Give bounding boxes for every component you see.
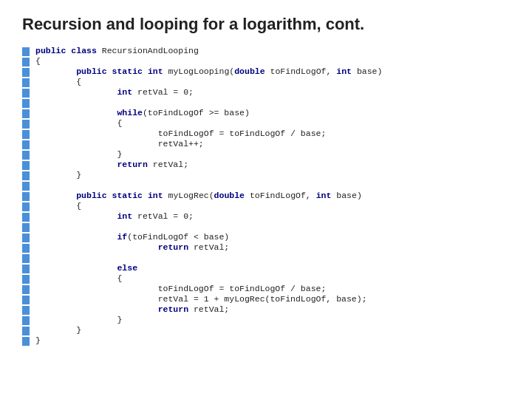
line-marker [22, 192, 30, 201]
slide-title: Recursion and looping for a logarithm, c… [22, 15, 510, 34]
line-marker [22, 306, 30, 315]
line-marker [22, 265, 30, 273]
line-marker [22, 316, 30, 325]
line-marker [22, 285, 30, 294]
line-marker [22, 140, 30, 149]
content-area: public class RecursionAndLooping { publi… [22, 46, 510, 378]
line-marker [22, 244, 30, 253]
line-marker [22, 130, 30, 139]
line-marker [22, 161, 30, 170]
line-marker [22, 47, 30, 56]
line-marker [22, 337, 30, 346]
code-block: public class RecursionAndLooping { publi… [35, 46, 510, 378]
line-marker [22, 202, 30, 211]
line-marker [22, 254, 30, 263]
line-marker [22, 120, 30, 129]
slide: Recursion and looping for a logarithm, c… [0, 0, 532, 399]
line-marker [22, 171, 30, 180]
line-marker [22, 151, 30, 160]
line-marker [22, 213, 30, 222]
line-markers [22, 46, 30, 378]
line-marker [22, 89, 30, 98]
line-marker [22, 58, 30, 66]
line-marker [22, 275, 30, 284]
line-marker [22, 109, 30, 118]
line-marker [22, 233, 30, 242]
line-marker [22, 68, 30, 77]
line-marker [22, 78, 30, 87]
line-marker [22, 327, 30, 335]
line-marker [22, 223, 30, 232]
line-marker [22, 296, 30, 304]
line-marker [22, 99, 30, 108]
line-marker [22, 182, 30, 191]
